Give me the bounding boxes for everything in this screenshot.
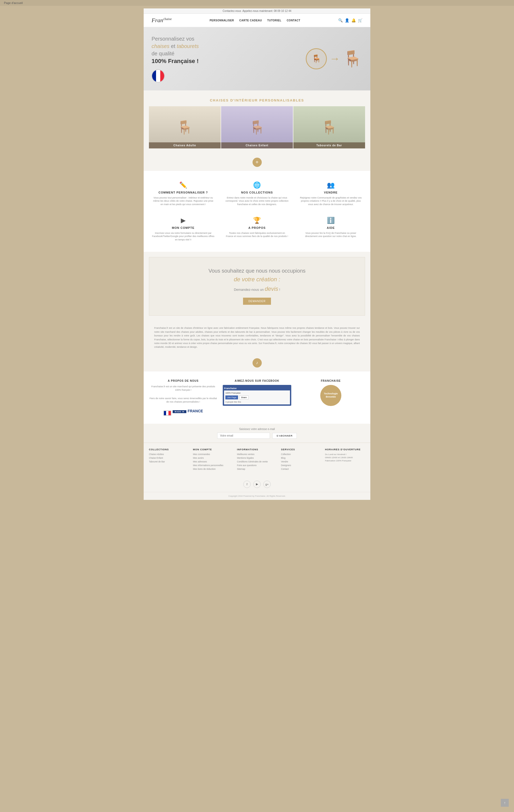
cart-icon[interactable]: 🛒 [358,18,362,22]
demander-button[interactable]: DEMANDER [243,298,271,305]
cta-devis: devis [265,286,278,292]
user-icon[interactable]: 👤 [345,18,349,22]
contact-text: Contactez-nous [223,9,241,12]
arrow-icon: → [330,53,340,65]
link-cgv[interactable]: Conditions Générales de vente [237,460,277,463]
features-section: ✏️ COMMENT PERSONNALISER ? Vous pouvez t… [144,171,370,252]
cta-line3-end: ! [279,288,280,292]
footer-about-col: A PROPOS DE NOUS Franchaise.fr est un si… [149,379,217,416]
about-text: Franchaise.fr est un site de chaises d'i… [144,321,370,354]
product-card-enfant[interactable]: 🪑 Chaises Enfant [221,106,293,148]
youtube-icon[interactable]: ▶ [253,481,261,488]
googleplus-icon[interactable]: g+ [263,481,271,488]
link-chaise-enfant[interactable]: Chaise Enfant [149,457,189,459]
feature-compte-title: MON COMPTE [152,226,215,229]
newsletter-input[interactable] [217,433,270,439]
link-collection[interactable]: Collection [281,453,321,456]
feature-aide-title: AIDE [299,226,362,229]
fb-subtitle: 100% Française [225,392,289,394]
music-icon[interactable]: ♪ [252,358,262,368]
hero-banner: Personnalisez vos chaises et tabourets d… [144,27,370,90]
product-label-adulte: Chaises Adulte [149,142,221,148]
cta-line2: de votre création : [154,276,360,283]
link-adresses[interactable]: Mes adresses [193,460,233,463]
hero-line1: Personnalisez vos [152,36,194,42]
music-section: ♪ [144,354,370,372]
feature-personnaliser: ✏️ COMMENT PERSONNALISER ? Vous pouvez t… [149,179,217,209]
link-faq[interactable]: Foire aux questions [237,464,277,467]
feature-personnaliser-text: Vous pouvez tout personnaliser : intérie… [152,196,215,206]
nav-carte-cadeau[interactable]: CARTE CADEAU [239,19,262,22]
feature-collections-text: Entrez dans notre monde et choisissez la… [225,196,289,206]
hero-chairs: 🪑 → 🪑 [306,48,362,69]
plus-button[interactable]: + [252,158,262,167]
fb-like-button[interactable]: Like Page [225,396,238,399]
link-sitemap[interactable]: Sitemap [237,468,277,470]
logo-text-2: chaise [163,17,172,21]
feature-apropos-text: Toutes nos chaises sont fabriquées exclu… [225,231,289,238]
feature-aide: ℹ️ AIDE Vous pouvez lire la FAQ de Franc… [297,214,365,244]
link-designers[interactable]: Designers [281,464,321,467]
features-grid: ✏️ COMMENT PERSONNALISER ? Vous pouvez t… [149,179,365,244]
badge-line2: Brevetée [326,396,336,399]
plus-button-container: + [144,154,370,171]
footer-informations-col: INFORMATIONS Meilleures ventes Mentions … [237,448,277,471]
link-vendre[interactable]: Vendre [281,460,321,463]
logo-text: Fran [152,17,163,24]
info-icon: ℹ️ [299,217,362,224]
flag-red [160,70,164,82]
nav-contact[interactable]: CONTACT [287,19,301,22]
feature-aide-text: Vous pouvez lire la FAQ de Franchaise ou… [299,231,362,238]
link-chaise-adultes[interactable]: Chaise Adultes [149,453,189,456]
badge-line1: Technologie [324,392,338,396]
logo[interactable]: Franchaise [152,17,172,24]
feature-compte: ▶ MON COMPTE Inscrivez-vous via notre fo… [149,214,217,244]
link-blog[interactable]: Blog [281,457,321,459]
page-title-bar: Page d'accueil [0,0,514,6]
newsletter-button[interactable]: S'ABONNER [272,433,297,439]
link-meilleures-ventes[interactable]: Meilleures ventes [237,453,277,456]
cta-line3: Demandez-nous un [234,288,264,292]
bell-icon[interactable]: 🔔 [351,18,356,22]
hero-line5: de qualité [152,51,175,56]
product-section-title: CHAISES D'INTÉRIEUR PERSONNALISABLES [144,90,370,106]
link-mentions-legales[interactable]: Mentions légales [237,457,277,459]
link-infos-perso[interactable]: Mes informations personnelles [193,464,233,467]
footer-facebook-col: AIMEZ-NOUS SUR FACEBOOK Franchaise 100% … [223,379,291,416]
footer-facebook-title: AIMEZ-NOUS SUR FACEBOOK [223,379,291,382]
footer-horaires-col: HORAIRES D'OUVERTURE Du Lundi au Vendred… [325,448,365,471]
footer-about-text2: Fiers de notre savoir faire, vous serez … [149,397,217,404]
facebook-icon[interactable]: f [243,481,251,488]
cta-section: Vous souhaitez que nous nous occupions d… [149,257,365,316]
feature-collections: 🌐 NOS COLLECTIONS Entrez dans notre mond… [223,179,291,209]
search-icon[interactable]: 🔍 [338,18,343,22]
product-card-adulte[interactable]: 🪑 Chaises Adulte [149,106,221,148]
feature-collections-title: NOS COLLECTIONS [225,191,289,194]
link-bons-reduction[interactable]: Mes bons de réduction [193,468,233,470]
fb-actions: Like Page Share [225,396,289,399]
nav-personnaliser[interactable]: PERSONNALISER [210,19,234,22]
newsletter-section: Saisissez votre adresse e-mail S'ABONNER [144,424,370,443]
collections-title: COLLECTIONS [149,448,189,451]
people-icon: 👥 [299,181,362,189]
flag-icon [152,69,165,83]
fb-page-name: Franchaise [224,387,237,390]
link-commandes[interactable]: Mes commandes [193,453,233,456]
footer-services-col: SERVICES Collection Blog Vendre Designer… [281,448,321,471]
link-contact[interactable]: Contact [281,468,321,470]
product-card-tabouret[interactable]: 🪑 Tabourets de Bar [293,106,365,148]
hero-line4: tabourets [177,43,199,49]
chair-icon: 🪑 [311,54,321,63]
hero-text: Personnalisez vos chaises et tabourets d… [152,35,199,83]
link-avoirs[interactable]: Mes avoirs [193,457,233,459]
flag-blue [152,70,156,82]
link-tabouret-bar[interactable]: Tabouret de Bar [149,460,189,463]
hero-line6: 100% Française ! [152,58,199,64]
feature-vendre: 👥 VENDRE Rejoignez notre Communauté de g… [297,179,365,209]
hero-line2: chaises [152,43,170,49]
horaires-title: HORAIRES D'OUVERTURE [325,448,365,451]
tabouret-icon: 🪑 [321,120,337,135]
nav-tutoriel[interactable]: TUTORIEL [267,19,281,22]
product-label-tabouret: Tabourets de Bar [293,142,365,148]
fb-share-button[interactable]: Share [239,396,248,399]
